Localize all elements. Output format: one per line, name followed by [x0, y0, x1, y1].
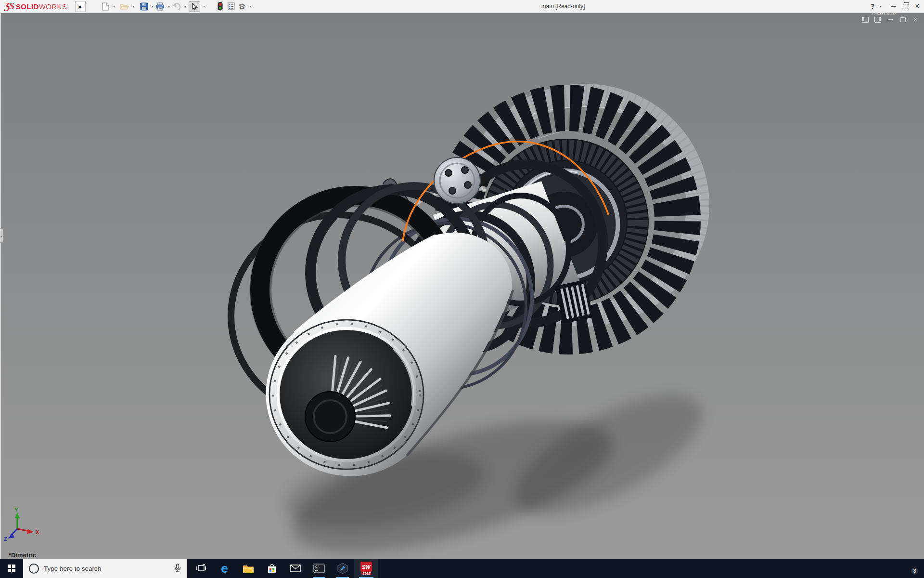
doc-close-button[interactable]: × [911, 16, 919, 23]
menu-flyout-arrow[interactable]: ▶ [75, 1, 86, 12]
axis-x-label: X [36, 529, 39, 535]
options-dropdown[interactable]: ▾ [247, 1, 253, 11]
open-dropdown[interactable]: ▾ [130, 1, 136, 11]
open-button[interactable] [119, 1, 129, 11]
svg-text:C:\: C:\ [315, 565, 320, 568]
save-button[interactable] [139, 1, 149, 11]
logo-solid-text: SOLID [16, 2, 39, 11]
windows-logo-icon [8, 565, 15, 572]
store-icon [267, 563, 277, 574]
restore-button[interactable] [899, 0, 911, 13]
command-prompt-button[interactable]: C:\ [307, 559, 331, 578]
task-view-icon [196, 564, 206, 573]
title-bar: ƷS SOLID WORKS ▶ ▾ ▾ ▾ [0, 0, 924, 13]
select-tool-dropdown[interactable]: ▾ [201, 1, 207, 11]
undo-button[interactable] [171, 1, 182, 11]
help-dropdown[interactable]: ▾ [877, 0, 884, 13]
new-document-button[interactable] [100, 1, 111, 11]
ds-logo-icon: ƷS [5, 1, 14, 12]
search-placeholder: Type here to search [44, 565, 101, 572]
svg-text:SW: SW [362, 564, 371, 570]
undo-dropdown[interactable]: ▾ [182, 1, 188, 11]
task-view-button[interactable] [189, 559, 213, 578]
edge-button[interactable]: e [213, 559, 236, 578]
minimize-button[interactable] [887, 0, 899, 13]
solidworks-app-icon: SW 2017 [359, 561, 373, 576]
graphics-viewport[interactable]: ◂ × Y X Z *Dimetric [0, 13, 924, 559]
orientation-triad: Y X Z [3, 507, 44, 541]
file-properties-button[interactable] [226, 1, 236, 11]
engine-model[interactable] [0, 13, 924, 559]
open-folder-icon [120, 3, 129, 10]
print-icon [156, 2, 165, 11]
help-button[interactable]: ? [867, 0, 878, 13]
select-tool-button[interactable] [189, 1, 200, 12]
mail-button[interactable] [283, 559, 307, 578]
undo-arrow-icon [172, 3, 181, 10]
doc-minimize-icon [888, 19, 893, 20]
rebuild-traffic-light-icon [218, 2, 223, 11]
feature-panel-edge [0, 13, 1, 559]
axis-z-label: Z [4, 536, 7, 541]
bearing-housing[interactable] [434, 158, 480, 204]
new-document-icon [102, 2, 109, 11]
microphone-icon[interactable] [174, 564, 181, 573]
notification-badge[interactable]: 3 [911, 567, 918, 575]
doc-close-icon: × [913, 17, 917, 23]
file-explorer-icon [243, 564, 254, 573]
options-gear-icon[interactable]: ⚙ [237, 1, 247, 11]
logo-works-text: WORKS [39, 2, 67, 11]
command-prompt-icon: C:\ [313, 564, 325, 573]
rebuild-button[interactable] [215, 1, 225, 11]
edrawings-button[interactable] [331, 559, 354, 578]
windows-taskbar: Type here to search e [0, 559, 924, 578]
svg-text:2017: 2017 [362, 571, 371, 576]
file-explorer-button[interactable] [236, 559, 260, 578]
solidworks-logo: ƷS SOLID WORKS [5, 0, 67, 13]
store-button[interactable] [260, 559, 283, 578]
start-button[interactable] [0, 559, 23, 578]
file-properties-icon [228, 2, 235, 10]
minimize-icon [891, 6, 896, 7]
close-button[interactable]: × [911, 0, 923, 13]
feature-panel-collapse-tab[interactable]: ◂ [0, 228, 3, 243]
select-cursor-icon [192, 3, 198, 11]
edrawings-hexagon-icon [337, 563, 348, 574]
solidworks-taskbar-button[interactable]: SW 2017 [354, 559, 378, 578]
print-button[interactable] [155, 1, 166, 11]
document-title: main [Read-only] [525, 0, 602, 13]
restore-icon [903, 4, 908, 9]
edge-icon: e [221, 562, 228, 575]
search-input[interactable]: Type here to search [23, 559, 187, 578]
view-orientation-label: *Dimetric [9, 552, 36, 559]
mail-icon [290, 565, 301, 572]
save-floppy-icon [140, 2, 148, 11]
cortana-circle-icon [29, 564, 39, 574]
new-document-dropdown[interactable]: ▾ [111, 1, 117, 11]
axis-y-label: Y [14, 507, 18, 512]
